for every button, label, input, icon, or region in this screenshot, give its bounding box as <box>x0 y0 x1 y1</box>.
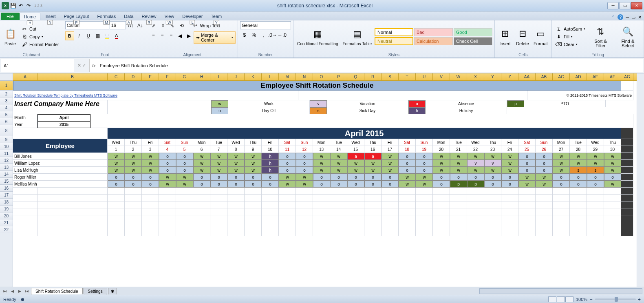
ribbon-minimize-icon[interactable]: ⌃ <box>611 15 615 20</box>
font-color-button[interactable]: A <box>112 31 121 40</box>
currency-icon[interactable]: $ <box>240 31 249 40</box>
clear-button[interactable]: ⌫Clear▾ <box>554 41 587 48</box>
orientation-icon[interactable]: ⟲ <box>177 21 186 30</box>
style-bad[interactable]: Bad <box>414 28 453 36</box>
file-tab[interactable]: File <box>1 13 20 20</box>
row-headers[interactable]: 1234568910111213141516171819202122 <box>0 81 13 287</box>
find-select-button[interactable]: 🔍Find & Select <box>614 21 642 52</box>
format-cells-button[interactable]: ▭Format <box>532 21 549 52</box>
horizontal-scrollbar[interactable] <box>479 288 642 294</box>
zoom-level: 100% <box>576 297 587 302</box>
sort-filter-button[interactable]: ⇅Sort & Filter <box>588 21 613 52</box>
tab-team[interactable]: TeamY <box>207 13 226 20</box>
formula-input[interactable]: fx Employee Shift Rotation Schedule <box>89 59 643 72</box>
maximize-button[interactable]: ▭ <box>619 2 631 9</box>
fx-cancel-icon[interactable]: ✕ <box>77 63 81 68</box>
tab-nav-first-icon[interactable]: ⏮ <box>2 288 8 294</box>
sum-icon: Σ <box>556 26 562 32</box>
minimize-button[interactable]: ─ <box>607 2 619 9</box>
sheet-tab-active[interactable]: Shift Rotation Schedule <box>31 288 83 294</box>
conditional-formatting-button[interactable]: ▦ Conditional Formatting <box>296 21 340 52</box>
insert-cells-button[interactable]: ⊞Insert <box>497 21 513 52</box>
page-break-view-icon[interactable] <box>565 296 573 302</box>
bold-button[interactable]: B <box>65 31 74 40</box>
sort-icon: ⇅ <box>594 25 607 38</box>
template-link[interactable]: Shift Rotation Schedule Template by Time… <box>14 93 117 97</box>
tab-nav-last-icon[interactable]: ⏭ <box>24 288 30 294</box>
fx-accept-icon[interactable]: ✓ <box>82 63 86 68</box>
inner-restore-icon[interactable]: ▭ <box>631 15 635 20</box>
style-good[interactable]: Good <box>454 28 492 36</box>
tab-nav-next-icon[interactable]: ▶ <box>16 288 23 294</box>
fill-button[interactable]: ⬇Fill▾ <box>554 33 587 40</box>
tab-review[interactable]: ReviewR <box>137 13 160 20</box>
tab-home[interactable]: HomeH <box>20 13 40 20</box>
increase-decimal-icon[interactable]: .0→ <box>268 31 277 40</box>
number-format-select[interactable]: General <box>240 21 291 29</box>
sheet-tab-bar: ⏮ ◀ ▶ ⏭ Shift Rotation Schedule Settings… <box>0 287 644 295</box>
font-size-select[interactable]: 16 <box>110 21 126 29</box>
status-bar: Ready ⏺ 100% − + <box>0 295 644 303</box>
cut-icon: ✂ <box>21 26 28 32</box>
normal-view-icon[interactable] <box>548 296 556 302</box>
style-normal[interactable]: Normal <box>375 28 413 36</box>
italic-button[interactable]: I <box>75 31 84 40</box>
delete-icon: ⊟ <box>516 27 529 40</box>
help-icon[interactable]: ? <box>618 14 623 20</box>
qat-undo-icon[interactable]: ↶ <box>17 2 24 9</box>
style-check-cell[interactable]: Check Cell <box>454 37 492 45</box>
tab-data[interactable]: DataA <box>120 13 137 20</box>
qat-save-icon[interactable]: 💾 <box>9 2 17 9</box>
vertical-scrollbar[interactable] <box>637 73 644 287</box>
zoom-slider[interactable] <box>595 299 636 300</box>
align-left-icon[interactable]: ≡ <box>149 31 158 40</box>
align-right-icon[interactable]: ≡ <box>167 31 175 40</box>
excel-icon[interactable]: X <box>2 2 9 9</box>
zoom-in-icon[interactable]: + <box>638 297 641 302</box>
copy-icon: ⎘ <box>21 33 28 40</box>
tab-nav-prev-icon[interactable]: ◀ <box>9 288 15 294</box>
increase-indent-icon[interactable]: ▶ <box>185 31 193 40</box>
select-all-corner[interactable] <box>0 73 13 81</box>
fx-icon: fx <box>90 63 98 68</box>
name-box[interactable]: A1 <box>1 59 74 72</box>
page-layout-view-icon[interactable] <box>557 296 565 302</box>
qat-redo-icon[interactable]: ↷ <box>25 2 32 9</box>
new-sheet-button[interactable]: ✱ <box>108 288 117 294</box>
tab-formulas[interactable]: FormulasM <box>93 13 120 20</box>
percent-icon[interactable]: % <box>249 31 258 40</box>
tab-page-layout[interactable]: Page LayoutP <box>60 13 93 20</box>
align-center-icon[interactable]: ≡ <box>158 31 167 40</box>
column-headers[interactable]: ABCDEFGHIJKLMNOPQRSTUVWXYZAAABACADAEAFAG <box>13 73 637 81</box>
autosum-button[interactable]: ΣAutoSum▾ <box>554 25 587 33</box>
style-calculation[interactable]: Calculation <box>414 37 453 45</box>
underline-button[interactable]: U <box>84 31 93 40</box>
comma-icon[interactable]: , <box>259 31 268 40</box>
painter-icon: 🖌 <box>21 41 28 48</box>
cut-button[interactable]: ✂Cut <box>20 25 61 33</box>
decrease-decimal-icon[interactable]: ←.0 <box>278 31 287 40</box>
tab-developer[interactable]: DeveloperL <box>178 13 207 20</box>
macro-record-icon[interactable]: ⏺ <box>20 297 25 302</box>
worksheet-area: ABCDEFGHIJKLMNOPQRSTUVWXYZAAABACADAEAFAG… <box>0 73 644 287</box>
tab-insert[interactable]: InsertN <box>40 13 60 20</box>
merge-center-button[interactable]: ⬌Merge & Center▾ <box>194 31 236 44</box>
format-table-button[interactable]: ▤ Format as Table <box>341 21 374 52</box>
inner-minimize-icon[interactable]: ─ <box>626 15 629 20</box>
zoom-out-icon[interactable]: − <box>590 297 592 302</box>
delete-cells-button[interactable]: ⊟Delete <box>514 21 531 52</box>
decrease-font-icon[interactable]: A↓ <box>136 21 145 30</box>
close-button[interactable]: ✕ <box>631 2 642 9</box>
format-painter-button[interactable]: 🖌Format Painter <box>20 41 61 48</box>
tab-view[interactable]: ViewW <box>161 13 179 20</box>
border-button[interactable]: ▦ <box>93 31 102 40</box>
font-family-select[interactable]: Calibri <box>65 21 109 29</box>
copy-button[interactable]: ⎘Copy▾ <box>20 33 61 40</box>
sheet-tab-settings[interactable]: Settings <box>84 288 107 294</box>
fill-color-button[interactable]: ⬚ <box>103 31 112 40</box>
decrease-indent-icon[interactable]: ◀ <box>176 31 184 40</box>
cell-grid[interactable]: Employee Shift Rotation ScheduleShift Ro… <box>13 81 637 236</box>
paste-button[interactable]: 📋 Paste <box>2 21 18 52</box>
inner-close-icon[interactable]: ✕ <box>638 15 642 20</box>
style-neutral[interactable]: Neutral <box>375 37 413 45</box>
